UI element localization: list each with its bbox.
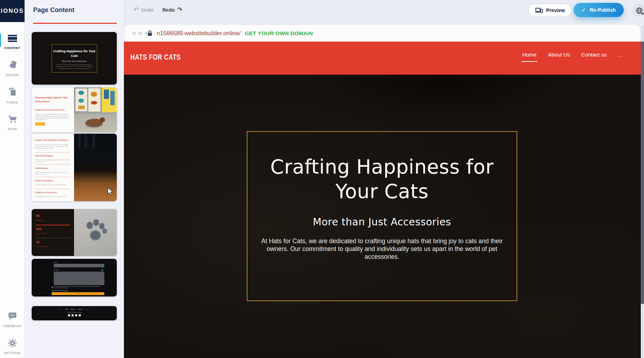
thumb-promo-body: At Hats for Cats, we specialize in beaut… <box>35 114 70 121</box>
thumb-features-intro: Dive into our range of cat hats and acce… <box>35 144 70 149</box>
hero-title: Crafting Happiness for Your Cats <box>247 155 517 204</box>
thumb-footer-nav: Home About Us Contact us <box>32 309 117 310</box>
youtube-icon: ▸ <box>75 314 77 316</box>
food-stall-poster <box>102 87 117 112</box>
republish-label: Re-Publish <box>590 7 616 13</box>
thumb-paw-print-photo <box>74 209 117 256</box>
preview-button[interactable]: Preview <box>528 4 572 17</box>
thumb-promo-heading: Discover Unique Hats for Your Feline Fri… <box>35 96 72 103</box>
stat-label: Unique Designs <box>36 233 47 234</box>
thumb-hero-subtitle: More than Just Accessories <box>52 60 97 62</box>
thumb-form-required-note: Please fill in all the required fields. <box>52 290 68 292</box>
thumb-features-heading: Explore Our Exquisite Collection <box>35 139 72 141</box>
food-stall-poster <box>88 88 100 112</box>
feature-heading: Stylish Designs <box>35 167 48 169</box>
sidebar-item-pages[interactable]: PAGES <box>0 87 25 104</box>
undo-button[interactable]: ↶ Undo <box>133 7 154 13</box>
undo-label: Undo <box>141 7 154 13</box>
thumb-form-consent-checkbox <box>52 287 53 288</box>
thumb-hero-title: Crafting Happiness for Your Cats <box>52 49 97 58</box>
section-thumbnail-stats[interactable]: 5k Happy Cats 150 Unique Designs 1k Repe… <box>32 209 117 256</box>
hero-section[interactable]: Crafting Happiness for Your Cats More th… <box>124 75 641 358</box>
hero-subtitle: More than Just Accessories <box>247 216 517 228</box>
stat-value: 1k <box>36 240 40 244</box>
section-thumbnail-promo[interactable]: Discover Unique Hats for Your Feline Fri… <box>32 87 117 132</box>
checkmark-icon: ✓ <box>581 7 586 14</box>
feature-text: Each hat is meticulously designed and cr… <box>35 159 70 163</box>
feature-text: Our hats fit comfortably and securely, s… <box>35 184 70 186</box>
sidebar-item-shop[interactable]: SHOP <box>0 114 25 131</box>
hero-title-line2: Your Cats <box>247 179 517 204</box>
lock-icon <box>147 30 152 37</box>
thumb-footer-link: Contact us <box>78 309 83 310</box>
section-thumbnail-contact-form[interactable]: Name* Message I hereby agree that this d… <box>32 259 117 296</box>
republish-button[interactable]: ✓ Re-Publish <box>574 3 624 17</box>
redo-label: Redo <box>162 7 175 13</box>
sidebar-item-feedback[interactable]: FEEDBACK <box>0 311 25 328</box>
thumb-form-status-icon <box>101 269 103 271</box>
nav-item-about[interactable]: About Us <box>548 52 570 62</box>
site-url[interactable]: n1566589.websitebuilder.online/ <box>157 30 241 37</box>
mouse-cursor <box>108 188 114 197</box>
stat-value: 5k <box>36 214 40 218</box>
hero-text-box[interactable]: Crafting Happiness for Your Cats More th… <box>247 131 517 301</box>
ionos-logo[interactable]: IONOS <box>0 0 25 22</box>
feature-heading: Hand-Crafted Quality <box>35 155 53 157</box>
scrollbar-thumb[interactable] <box>641 42 644 304</box>
sidebar-item-label: PAGES <box>0 101 25 104</box>
icon-sidebar: IONOS CONTENT DESIGN PAGES SHOP <box>0 0 25 358</box>
window-dots <box>132 32 148 35</box>
stat-value: 150 <box>36 227 41 231</box>
website-builder-app: IONOS CONTENT DESIGN PAGES SHOP <box>0 0 644 358</box>
sidebar-item-label: SHOP <box>0 127 25 131</box>
hero-title-line1: Crafting Happiness for <box>247 155 517 179</box>
section-thumbnail-hero[interactable]: Crafting Happiness for Your Cats More th… <box>32 32 117 85</box>
preview-label: Preview <box>546 7 565 13</box>
content-icon <box>8 35 17 43</box>
thumb-form-message-label: Message <box>54 269 59 271</box>
sidebar-item-label: CONTENT <box>0 46 25 50</box>
panel-active-underline <box>33 23 117 24</box>
instagram-icon: ◎ <box>79 314 81 316</box>
nav-item-home[interactable]: Home <box>522 52 536 62</box>
site-brand-logo[interactable]: HATS FOR CATS <box>130 53 181 62</box>
food-stall-poster <box>75 89 87 111</box>
sidebar-item-settings[interactable]: SETTINGS <box>0 338 25 355</box>
redo-icon: ↷ <box>177 7 182 13</box>
notification-dot <box>642 12 644 15</box>
nav-item-contact[interactable]: Contact us <box>581 52 607 62</box>
language-globe-button[interactable] <box>632 4 644 17</box>
sidebar-item-label: DESIGN <box>0 73 25 77</box>
nav-more-ellipsis[interactable]: ... <box>618 52 624 62</box>
section-thumbnail-features[interactable]: Explore Our Exquisite Collection Dive in… <box>32 134 117 201</box>
feature-heading: Perfect Fit Guarantee <box>35 180 53 182</box>
get-your-own-domain-link[interactable]: GET YOUR OWN DOMAIN <box>245 30 313 36</box>
thumb-footer-copyright: ©Copyright. All rights reserved. <box>32 312 117 313</box>
thumb-form-name-label: Name* <box>54 262 58 263</box>
redo-button[interactable]: Redo ↷ <box>162 7 182 13</box>
preview-scrollbar[interactable] <box>641 25 644 358</box>
thumb-form-message-textarea <box>54 272 104 285</box>
section-thumbnail-footer[interactable]: Home About Us Contact us ©Copyright. All… <box>32 306 117 320</box>
thumb-form-send-button: Send <box>52 292 104 295</box>
thumb-form-name-input <box>54 264 104 267</box>
site-header[interactable]: HATS FOR CATS Home About Us Contact us .… <box>124 42 641 75</box>
page-content-panel: Page Content Crafting Happiness for Your… <box>25 0 124 358</box>
thumb-footer-social-icons: f x ▸ ◎ <box>32 314 117 316</box>
sidebar-item-label: SETTINGS <box>0 351 25 355</box>
cat-photo-shape <box>100 117 105 122</box>
preview-browser-bar: n1566589.websitebuilder.online/ GET YOUR… <box>124 25 640 42</box>
x-icon: x <box>72 314 74 316</box>
facebook-icon: f <box>68 314 70 316</box>
site-nav: Home About Us Contact us ... <box>522 52 624 62</box>
website-preview: HATS FOR CATS Home About Us Contact us .… <box>124 42 641 358</box>
devices-icon <box>535 7 543 13</box>
feature-text: We offer a diverse range of designs, fro… <box>35 172 70 175</box>
sidebar-item-design[interactable]: DESIGN <box>0 60 25 77</box>
sidebar-item-label: FEEDBACK <box>0 324 25 328</box>
panel-title: Page Content <box>33 6 74 14</box>
thumb-form-consent-text: I hereby agree that this data will be st… <box>54 286 102 289</box>
sidebar-item-content[interactable]: CONTENT <box>0 35 25 50</box>
thumb-promo-subheading: Handcrafted Exclusively for Cats <box>35 109 65 111</box>
settings-gear-icon <box>8 338 17 349</box>
